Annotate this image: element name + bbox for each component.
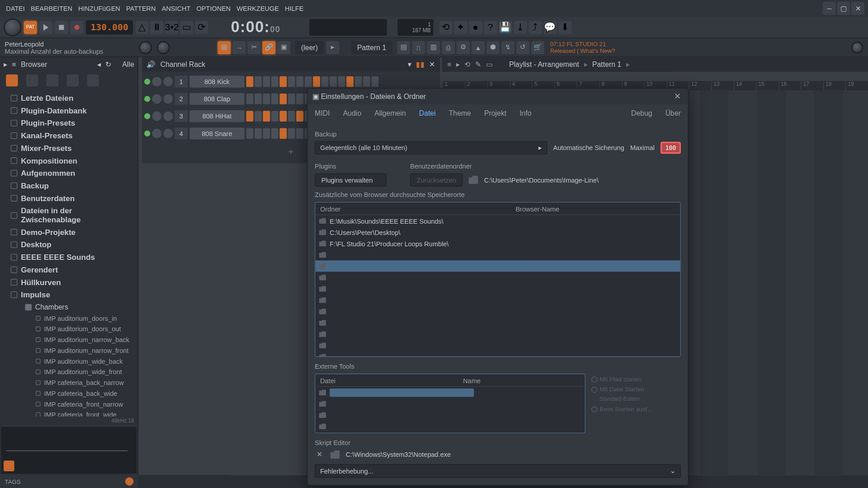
radio-start[interactable] [591, 406, 597, 412]
tab-info[interactable]: Info [519, 108, 533, 119]
channel-name[interactable]: 808 Clap [189, 93, 244, 105]
tree-item[interactable]: Letzte Dateien [0, 92, 138, 104]
browser-filter[interactable]: Alle [122, 60, 134, 68]
tree-subitem[interactable]: IMP cafeteria_back_narrow [0, 377, 138, 388]
tree-item[interactable]: Demo-Projekte [0, 226, 138, 239]
main-volume-knob[interactable] [4, 18, 22, 36]
step-button[interactable] [372, 76, 379, 87]
browser-collapse-icon[interactable]: ▸ [4, 60, 7, 68]
location-row-empty[interactable] [316, 272, 680, 283]
channel-pan-knob[interactable] [152, 129, 161, 138]
location-row-empty[interactable] [316, 249, 680, 260]
channel-name[interactable]: 808 Kick [189, 75, 244, 87]
channel-led[interactable] [144, 113, 150, 119]
undo-history-button[interactable]: ⟲ [439, 20, 452, 33]
win-8-button[interactable]: ↯ [501, 41, 514, 54]
step-button[interactable] [296, 128, 303, 139]
tree-item-expanded[interactable]: Chambers [0, 301, 138, 313]
view-pianoroll-button[interactable]: → [232, 41, 245, 54]
view-5-button[interactable]: ▣ [277, 41, 290, 54]
step-button[interactable] [288, 94, 295, 104]
max-backup-value[interactable]: 100 [660, 142, 681, 154]
time-display[interactable]: 0:00:00 [231, 18, 281, 37]
pattern-mode-button[interactable]: PAT [24, 20, 37, 33]
step-button[interactable] [296, 111, 303, 122]
preview-play-button[interactable] [4, 460, 14, 471]
tab-theme[interactable]: Theme [448, 108, 472, 119]
external-tools-list[interactable]: Datei Name [315, 374, 585, 433]
tree-item[interactable]: Kanal-Presets [0, 129, 138, 142]
location-row[interactable]: F:\FL Studio 21\Producer Loops Rumble\ [316, 238, 680, 249]
export-button[interactable]: ⤴ [528, 20, 542, 33]
window-maximize-button[interactable]: ▢ [837, 2, 850, 15]
input-arrow-button[interactable]: ▸ [326, 41, 339, 54]
playlist-pattern-label[interactable]: Pattern 1 [592, 60, 621, 68]
tab-debug[interactable]: Debug [630, 108, 653, 119]
tree-subitem[interactable]: IMP auditorium_narrow_back [0, 334, 138, 345]
step-button[interactable] [246, 76, 254, 87]
tab-about[interactable]: Über [664, 108, 682, 119]
step-button[interactable] [279, 128, 287, 139]
menu-datei[interactable]: DATEI [4, 4, 27, 13]
channel-vol-knob[interactable] [163, 77, 173, 86]
radio-file[interactable] [591, 386, 597, 392]
tree-subitem[interactable]: IMP auditorium_wide_front [0, 366, 138, 377]
view-playlist-button[interactable]: ▦ [217, 41, 231, 54]
pattern-selector[interactable]: Pattern 1 [351, 41, 392, 54]
channel-number[interactable]: 3 [175, 110, 188, 122]
tree-item[interactable]: Benutzerdaten [0, 192, 138, 205]
channel-number[interactable]: 2 [175, 93, 188, 105]
metronome-button[interactable]: △ [136, 20, 149, 33]
step-mode-button[interactable]: ▭ [180, 20, 193, 33]
channel-row[interactable]: 1808 Kick [144, 74, 438, 89]
external-row[interactable] [316, 421, 585, 432]
channel-rack-menu-button[interactable]: ▾ [408, 60, 411, 68]
channel-number[interactable]: 4 [175, 127, 188, 139]
win-6-button[interactable]: ▲ [472, 41, 485, 54]
browser-menu-icon[interactable]: ≡ [12, 60, 16, 68]
step-button[interactable] [255, 111, 262, 122]
browser-db-button[interactable] [67, 75, 79, 86]
step-button[interactable] [279, 76, 287, 87]
countdown-button[interactable]: 3•2 [165, 20, 179, 33]
tree-item[interactable]: Dateien in der Zwischenablage [0, 204, 138, 225]
menu-hilfe[interactable]: HILFE [283, 4, 306, 13]
tree-item[interactable]: Backup [0, 179, 138, 192]
tree-subitem[interactable]: IMP cafeteria_front_narrow [0, 399, 138, 409]
window-minimize-button[interactable]: ─ [823, 2, 836, 15]
script-folder-icon[interactable] [330, 450, 340, 459]
step-button[interactable] [255, 94, 262, 104]
backup-interval-dropdown[interactable]: Gelegentlich (alle 10 Minuten)▸ [315, 141, 547, 155]
tree-item[interactable]: Plugin-Datenbank [0, 104, 138, 117]
help-button[interactable]: ? [484, 20, 497, 33]
step-button[interactable] [246, 94, 254, 104]
step-button[interactable] [246, 128, 254, 139]
location-row-empty[interactable] [316, 317, 680, 328]
hint-knob-1[interactable] [139, 41, 152, 54]
tree-item[interactable]: Aufgenommen [0, 167, 138, 179]
external-row[interactable] [316, 409, 585, 421]
menu-hinzufuegen[interactable]: HINZUFüGEN [76, 4, 123, 13]
playlist-play-icon[interactable]: ▸ [456, 60, 460, 68]
tree-item[interactable]: Impulse [0, 288, 138, 301]
step-button[interactable] [305, 76, 312, 87]
tab-general[interactable]: Allgemein [373, 108, 407, 119]
midi-input-select[interactable]: (leer) [295, 41, 324, 54]
step-button[interactable] [288, 128, 295, 139]
location-row-empty[interactable] [316, 283, 680, 294]
step-button[interactable] [296, 76, 303, 87]
playlist-tool-1[interactable]: ⟲ [464, 60, 470, 68]
folder-icon[interactable] [469, 176, 478, 184]
win-9-button[interactable]: ↺ [516, 41, 529, 54]
tree-subitem[interactable]: IMP cafeteria_front_wide [0, 409, 138, 417]
menu-bearbeiten[interactable]: BEARBEITEN [28, 4, 75, 13]
step-button[interactable] [288, 76, 295, 87]
stop-button[interactable] [55, 20, 68, 33]
channel-pan-knob[interactable] [152, 77, 161, 86]
loop-rec-button[interactable]: ⟳ [195, 20, 208, 33]
channel-vol-knob[interactable] [163, 94, 173, 103]
search-locations-list[interactable]: Ordner Browser-Name E:\Musik\Sounds\EEEE… [315, 202, 681, 357]
render-button[interactable]: ⤓ [514, 20, 527, 33]
play-button[interactable] [39, 20, 52, 33]
location-row-empty[interactable] [316, 340, 680, 351]
